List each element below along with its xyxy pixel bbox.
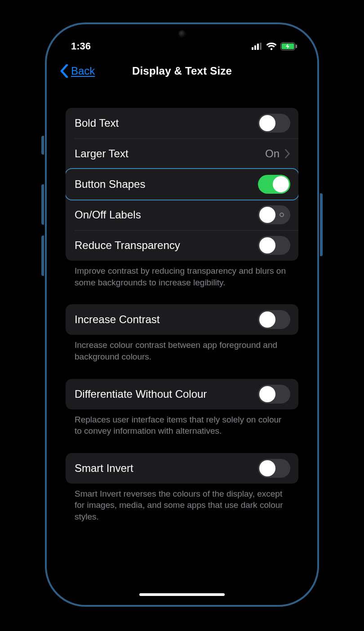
row-label: Larger Text — [75, 147, 129, 160]
row-largerText[interactable]: Larger TextOn — [66, 138, 298, 169]
phone-mute-switch — [41, 136, 45, 155]
row-label: Button Shapes — [75, 178, 145, 191]
toggle-differentiateColour[interactable] — [258, 385, 290, 404]
toggle-boldText[interactable] — [258, 114, 290, 133]
back-label: Back — [71, 65, 95, 77]
phone-volume-down — [41, 236, 45, 276]
chevron-left-icon — [60, 64, 68, 78]
row-label: Reduce Transparency — [75, 239, 180, 252]
front-camera — [179, 31, 185, 37]
svg-rect-1 — [254, 45, 256, 50]
nav-bar: Back Display & Text Size — [51, 56, 313, 86]
row-buttonShapes[interactable]: Button Shapes — [66, 169, 298, 200]
toggle-knob — [259, 386, 275, 402]
group-footer: Replaces user interface items that rely … — [66, 409, 298, 449]
row-smartInvert[interactable]: Smart Invert — [66, 453, 298, 484]
row-label: On/Off Labels — [75, 209, 141, 221]
settings-content: Bold TextLarger TextOnButton ShapesOn/Of… — [51, 86, 313, 535]
toggle-off-marker — [280, 213, 284, 217]
toggle-smartInvert[interactable] — [258, 459, 290, 478]
phone-volume-up — [41, 184, 45, 225]
screen: 1:36 — [51, 29, 313, 600]
notch — [130, 24, 234, 41]
row-increaseContrast[interactable]: Increase Contrast — [66, 304, 298, 335]
toggle-increaseContrast[interactable] — [258, 310, 290, 329]
toggle-buttonShapes[interactable] — [258, 175, 290, 194]
wifi-icon — [266, 42, 277, 50]
chevron-right-icon — [285, 149, 290, 158]
row-onOffLabels[interactable]: On/Off Labels — [66, 200, 298, 230]
battery-icon — [280, 42, 297, 50]
toggle-knob — [273, 176, 289, 192]
settings-group: Smart InvertSmart Invert reverses the co… — [66, 453, 298, 535]
row-differentiateColour[interactable]: Differentiate Without Colour — [66, 379, 298, 409]
svg-rect-2 — [257, 44, 259, 50]
row-reduceTransparency[interactable]: Reduce Transparency — [66, 230, 298, 261]
phone-frame: 1:36 — [45, 22, 319, 607]
home-indicator[interactable] — [139, 593, 225, 596]
toggle-onOffLabels[interactable] — [258, 205, 290, 224]
row-label: Bold Text — [75, 117, 119, 129]
settings-group-cells: Smart Invert — [66, 453, 298, 484]
group-footer: Increase colour contrast between app for… — [66, 335, 298, 375]
toggle-knob — [259, 460, 275, 476]
group-footer: Smart Invert reverses the colours of the… — [66, 484, 298, 535]
settings-group-cells: Increase Contrast — [66, 304, 298, 335]
status-time: 1:36 — [71, 40, 91, 52]
settings-group-cells: Differentiate Without Colour — [66, 379, 298, 409]
toggle-knob — [259, 115, 275, 131]
back-button[interactable]: Back — [60, 64, 95, 78]
settings-group: Differentiate Without ColourReplaces use… — [66, 379, 298, 449]
phone-power-button — [319, 193, 323, 256]
toggle-knob — [259, 237, 275, 253]
toggle-knob — [259, 207, 275, 223]
svg-rect-0 — [252, 47, 253, 50]
settings-group: Increase ContrastIncrease colour contras… — [66, 304, 298, 375]
group-footer: Improve contrast by reducing transparenc… — [66, 261, 298, 301]
cellular-icon — [252, 43, 262, 50]
row-label: Differentiate Without Colour — [75, 388, 207, 400]
settings-group: Bold TextLarger TextOnButton ShapesOn/Of… — [66, 108, 298, 301]
nav-title: Display & Text Size — [132, 65, 232, 77]
row-boldText[interactable]: Bold Text — [66, 108, 298, 138]
svg-rect-3 — [260, 43, 262, 50]
row-value: On — [265, 147, 280, 160]
row-label: Increase Contrast — [75, 313, 160, 326]
row-label: Smart Invert — [75, 462, 133, 475]
toggle-knob — [259, 311, 275, 328]
settings-group-cells: Bold TextLarger TextOnButton ShapesOn/Of… — [66, 108, 298, 261]
toggle-reduceTransparency[interactable] — [258, 236, 290, 255]
svg-rect-6 — [296, 44, 297, 48]
status-icons — [252, 42, 297, 50]
